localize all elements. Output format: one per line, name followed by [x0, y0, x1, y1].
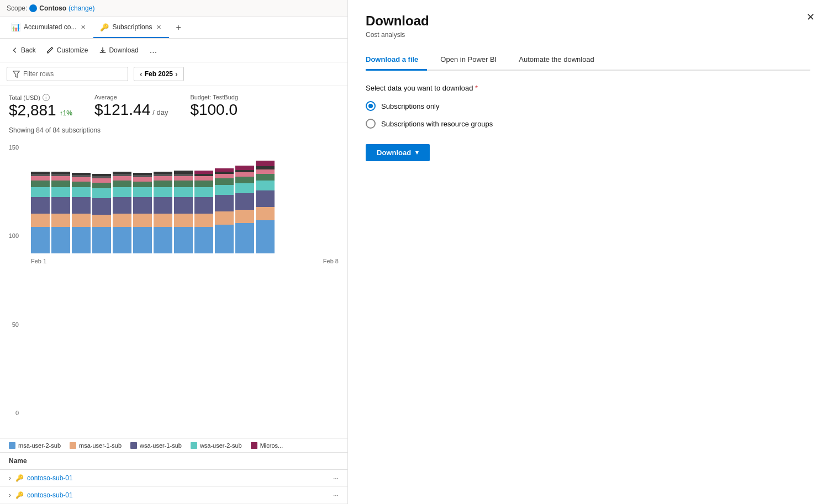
bar-2: [51, 172, 70, 253]
legend-msa-user-1-sub: msa-user-1-sub: [70, 442, 122, 449]
panel-subtitle: Cost analysis: [366, 31, 810, 39]
tab-download-file[interactable]: Download a file: [366, 50, 427, 71]
bar-1-s6: [31, 197, 50, 214]
scope-label: Scope:: [7, 4, 27, 12]
showing-text: Showing 84 of 84 subscriptions: [0, 124, 347, 139]
panel-title: Download: [366, 13, 810, 29]
tab-subscriptions-close[interactable]: ✕: [155, 24, 162, 31]
panel-close-button[interactable]: ✕: [804, 9, 817, 25]
bar-1-s7: [31, 214, 50, 227]
radio-subscriptions-only[interactable]: Subscriptions only: [366, 101, 810, 111]
radio-circle-filled: [366, 101, 376, 111]
download-icon: [99, 46, 107, 54]
row-key-icon: 🔑: [15, 474, 24, 482]
y-label-50: 50: [0, 321, 22, 328]
bar-11: [235, 166, 254, 253]
panel-download-button[interactable]: Download ▾: [366, 144, 430, 161]
y-label-100: 100: [0, 232, 22, 239]
download-button[interactable]: Download: [94, 44, 143, 57]
row-expand-icon-2[interactable]: ›: [9, 491, 11, 499]
average-per: / day: [152, 108, 168, 116]
bar-1-s3: [31, 176, 50, 181]
total-info-icon[interactable]: i: [43, 94, 50, 101]
x-axis: Feb 1 Feb 8: [31, 256, 339, 264]
legend-color-wsa-user-2: [191, 442, 197, 449]
row-key-icon-2: 🔑: [15, 491, 24, 499]
date-navigator[interactable]: ‹ Feb 2025 ›: [134, 67, 184, 81]
row-more-options-1[interactable]: ···: [333, 474, 339, 482]
bar-8: [174, 171, 193, 253]
bar-1-s4: [31, 181, 50, 187]
tab-accumulated-close[interactable]: ✕: [80, 24, 87, 31]
budget-value: $100.0: [190, 100, 238, 119]
row-link-1[interactable]: contoso-sub-01: [27, 474, 73, 482]
legend-msa-user-2-sub: msa-user-2-sub: [9, 442, 61, 449]
y-axis: 0 50 100 150: [0, 144, 22, 416]
stats-row: Total (USD) i $2,881 ↑1% Average $121.44…: [0, 86, 347, 124]
date-prev-button[interactable]: ‹: [140, 70, 143, 78]
bar-12: [256, 161, 275, 253]
customize-button[interactable]: Customize: [43, 44, 93, 57]
table-row[interactable]: › 🔑 contoso-sub-01 ···: [0, 487, 347, 504]
more-options-button[interactable]: ...: [145, 43, 161, 57]
bar-6: [133, 173, 152, 253]
filter-icon: [13, 71, 20, 78]
y-label-150: 150: [0, 144, 22, 151]
table-section: Name › 🔑 contoso-sub-01 ··· › 🔑 contoso-…: [0, 452, 347, 504]
bar-7: [154, 172, 172, 253]
legend-wsa-user-2-sub: wsa-user-2-sub: [191, 442, 242, 449]
tab-open-powerbi[interactable]: Open in Power BI: [440, 50, 505, 71]
legend-wsa-user-1-sub: wsa-user-1-sub: [130, 442, 182, 449]
tab-subscriptions[interactable]: 🔑 Subscriptions ✕: [93, 18, 169, 38]
edit-icon: [47, 46, 55, 54]
tabs-bar: 📊 Accumulated co... ✕ 🔑 Subscriptions ✕ …: [0, 17, 347, 39]
row-link-2[interactable]: contoso-sub-01: [27, 491, 73, 499]
budget-stat: Budget: TestBudg $100.0: [190, 94, 238, 119]
panel-bottom-space: [366, 161, 810, 491]
bar-1-s5: [31, 187, 50, 197]
panel-tabs: Download a file Open in Power BI Automat…: [366, 50, 810, 71]
x-label-feb1: Feb 1: [31, 258, 46, 264]
legend-color-msa-user-1: [70, 442, 76, 449]
toolbar: Back Customize Download ...: [0, 39, 347, 62]
date-next-button[interactable]: ›: [175, 70, 178, 78]
scope-change-link[interactable]: (change): [68, 4, 94, 12]
radio-subscriptions-resource-groups[interactable]: Subscriptions with resource groups: [366, 119, 810, 129]
radio-circle-empty: [366, 119, 376, 129]
chart-icon: 📊: [11, 23, 20, 31]
tab-accumulated-label: Accumulated co...: [24, 23, 76, 31]
back-button[interactable]: Back: [7, 44, 40, 57]
scope-bar: Scope: Contoso (change): [0, 0, 347, 17]
chart-area: 0 50 100 150: [0, 139, 347, 438]
average-stat: Average $121.44 / day: [94, 94, 168, 119]
bar-10: [215, 168, 234, 253]
table-row[interactable]: › 🔑 contoso-sub-01 ···: [0, 470, 347, 487]
filter-input[interactable]: Filter rows: [7, 67, 128, 81]
tab-automate-download[interactable]: Automate the download: [519, 50, 603, 71]
bar-9: [194, 171, 213, 253]
legend-color-wsa-user-1: [130, 442, 137, 449]
row-expand-icon[interactable]: ›: [9, 474, 11, 482]
tab-accumulated[interactable]: 📊 Accumulated co... ✕: [4, 17, 93, 38]
scope-name: Contoso: [29, 4, 66, 12]
chart-legend: msa-user-2-sub msa-user-1-sub wsa-user-1…: [0, 438, 347, 452]
radio-group: Subscriptions only Subscriptions with re…: [366, 101, 810, 129]
back-icon: [11, 46, 19, 54]
scope-icon: [29, 4, 37, 12]
date-label: Feb 2025: [145, 70, 173, 78]
y-label-0: 0: [0, 410, 22, 416]
add-tab-button[interactable]: +: [169, 17, 187, 38]
legend-color-msa-user-2: [9, 442, 15, 449]
svg-marker-0: [13, 71, 19, 77]
radio-label-subscriptions-only: Subscriptions only: [381, 102, 440, 110]
total-trend: ↑1%: [60, 109, 72, 117]
bar-4: [92, 174, 111, 253]
radio-label-resource-groups: Subscriptions with resource groups: [381, 120, 493, 128]
bar-1: [31, 172, 50, 253]
key-icon: 🔑: [100, 23, 109, 31]
row-more-options-2[interactable]: ···: [333, 491, 339, 499]
chevron-down-icon: ▾: [415, 149, 419, 156]
legend-micros: Micros...: [251, 442, 283, 449]
bar-1-s8: [31, 227, 50, 253]
x-label-feb8: Feb 8: [323, 258, 339, 264]
